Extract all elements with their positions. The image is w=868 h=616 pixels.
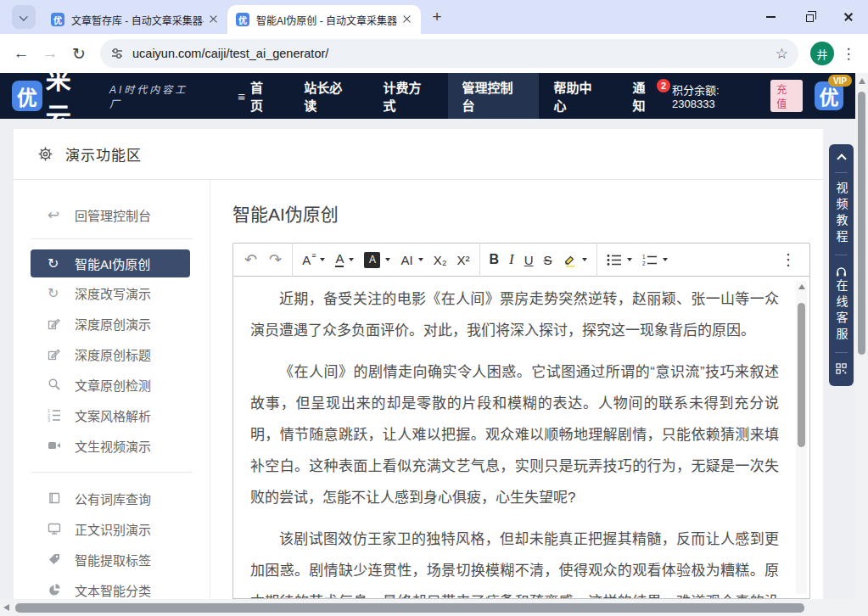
undo-button[interactable]: ↶ (238, 247, 263, 272)
toolbar-overflow-button[interactable]: ⋮ (772, 250, 804, 269)
chevron-down-icon (663, 258, 668, 261)
new-tab-button[interactable]: + (426, 6, 448, 28)
restore-icon (806, 14, 814, 22)
font-color-button[interactable]: A (330, 247, 359, 272)
underline-button[interactable]: U (519, 247, 539, 272)
recharge-button[interactable]: 充值 (770, 80, 803, 112)
paragraph: 该剧试图效仿王家卫的独特风格，但却未能真正把握其精髓，反而让人感到更加困惑。剧情… (250, 524, 779, 599)
page-horizontal-scrollbar[interactable] (0, 599, 855, 616)
user-avatar[interactable]: 优 VIP (815, 81, 843, 110)
browser-tab-inactive[interactable]: 优 文章暂存库 - 自动文章采集器- (42, 5, 227, 34)
nav-item-notifications[interactable]: 通知 2 (618, 73, 672, 119)
tab-close-icon[interactable] (207, 13, 221, 26)
close-button[interactable] (829, 0, 868, 34)
book-icon (48, 491, 63, 505)
nav-label: 通知 (632, 78, 658, 114)
video-tutorial-link[interactable]: 视频教程 (836, 182, 848, 246)
font-family-button[interactable]: AI (395, 247, 428, 272)
minimize-button[interactable] (751, 0, 790, 34)
sidebar-item-deep-original-demo[interactable]: 深度原创演示 (14, 308, 210, 339)
demo-card: 演示功能区 ↩ 回管理控制台 ↻ 智能AI伪原创 ↻ 深度改写演示 (14, 129, 823, 599)
site-settings-icon[interactable] (110, 47, 124, 60)
font-background-button[interactable]: A (359, 247, 395, 272)
scroll-up-arrow-icon[interactable] (798, 284, 805, 289)
nav-item-pricing[interactable]: 计费方式 (368, 73, 447, 119)
toolbar-separator (292, 243, 293, 277)
nav-item-home[interactable]: ≡ 首页 (223, 73, 289, 119)
editor-content[interactable]: 近期，备受关注的电影《在人间》票房走势突然逆转，赵丽颖、张一山等一众演员遭遇了众… (232, 277, 810, 599)
card-header: 演示功能区 (14, 129, 823, 180)
address-bar[interactable]: ucaiyun.com/caiji/test_ai_generator/ ☆ (100, 39, 798, 68)
sidebar-item-text-classification[interactable]: 文本智能分类 (14, 574, 210, 599)
url-text[interactable]: ucaiyun.com/caiji/test_ai_generator/ (132, 47, 776, 60)
sidebar-item-label: 文章原创检测 (75, 376, 151, 394)
browser-tab-active[interactable]: 优 智能AI伪原创 - 自动文章采集器 (227, 5, 421, 34)
nav-label: 站长必读 (304, 78, 354, 114)
editor-scrollbar[interactable] (796, 281, 807, 594)
bulleted-list-button[interactable] (602, 247, 637, 272)
floating-help-panel: 视频教程 在线客服 (829, 144, 854, 386)
sidebar-item-text-to-video-demo[interactable]: 文生视频演示 (14, 430, 210, 461)
tab-title: 文章暂存库 - 自动文章采集器- (71, 13, 204, 27)
scroll-up-arrow-icon[interactable] (859, 78, 865, 84)
page-vertical-scrollbar[interactable] (855, 73, 868, 599)
vertical-scrollbar-thumb[interactable] (858, 92, 865, 355)
sidebar-item-label: 深度原创标题 (75, 345, 151, 363)
nav-item-help-center[interactable]: 帮助中心 (539, 73, 618, 119)
page-background: 演示功能区 ↩ 回管理控制台 ↻ 智能AI伪原创 ↻ 深度改写演示 (0, 119, 855, 599)
scroll-left-arrow-icon[interactable] (3, 604, 9, 611)
sidebar-item-label: 智能提取标签 (75, 551, 151, 568)
online-service-link[interactable]: 在线客服 (836, 279, 848, 344)
sidebar-item-public-lexicon-query[interactable]: 公有词库查询 (14, 483, 210, 513)
numbered-list-button[interactable]: 12 (637, 247, 673, 272)
sidebar-item-label: 公有词库查询 (75, 490, 151, 507)
browser-profile-avatar[interactable]: 井 (810, 42, 834, 65)
menu-list-icon: ≡ (238, 89, 245, 104)
scrollbar-corner (855, 599, 868, 616)
restore-button[interactable] (790, 0, 829, 34)
font-size-glyph: A (302, 253, 311, 267)
strikethrough-button[interactable]: S (539, 247, 557, 272)
gear-icon (37, 146, 53, 162)
bold-button[interactable]: B (484, 247, 505, 272)
tab-search-button[interactable] (12, 5, 36, 29)
font-background-glyph: A (364, 252, 380, 268)
collapse-up-icon[interactable] (837, 154, 846, 163)
site-logo[interactable]: 优 采云 AI时代内容工厂 (0, 73, 199, 119)
close-icon (843, 11, 854, 23)
horizontal-scrollbar-thumb[interactable] (15, 603, 804, 613)
return-arrow-icon: ↩ (48, 206, 63, 224)
sidebar-back-to-console[interactable]: ↩ 回管理控制台 (14, 202, 210, 227)
browser-menu-button[interactable]: ⋮ (834, 45, 863, 63)
font-size-button[interactable]: A≡ (297, 247, 330, 272)
qr-code-icon[interactable] (836, 363, 847, 374)
chevron-down-icon (349, 258, 354, 261)
editor-scrollbar-thumb[interactable] (798, 303, 805, 447)
page-title: 演示功能区 (65, 143, 142, 165)
sidebar-item-copy-style-analysis[interactable]: 123 文案风格解析 (14, 400, 210, 430)
sidebar-item-label: 深度原创演示 (75, 315, 151, 333)
numbered-list-icon: 123 (48, 408, 63, 422)
editor-toolbar: ↶ ↷ A≡ A A AI X₂ X² B I U S (232, 243, 810, 277)
sidebar-item-originality-check[interactable]: 文章原创检测 (14, 369, 210, 400)
sidebar-item-body-extraction-demo[interactable]: 正文识别演示 (14, 513, 210, 544)
sidebar-item-deep-rewrite-demo[interactable]: ↻ 深度改写演示 (14, 277, 210, 308)
superscript-button[interactable]: X² (452, 247, 475, 272)
nav-item-webmaster-guide[interactable]: 站长必读 (289, 73, 368, 119)
bookmark-star-icon[interactable]: ☆ (776, 45, 788, 63)
redo-button[interactable]: ↷ (263, 247, 288, 272)
sidebar-item-ai-pseudo-original[interactable]: ↻ 智能AI伪原创 (31, 249, 190, 277)
header-account-area: 积分余额: 2308333 充值 优 VIP (672, 73, 855, 119)
sidebar-item-smart-tag-extraction[interactable]: 智能提取标签 (14, 544, 210, 574)
site-header: 优 采云 AI时代内容工厂 ≡ 首页 站长必读 计费方式 管理控制台 帮助中心 … (0, 73, 855, 119)
italic-button[interactable]: I (504, 247, 519, 272)
nav-item-admin-console[interactable]: 管理控制台 (448, 73, 540, 119)
sidebar-item-deep-original-title[interactable]: 深度原创标题 (14, 339, 210, 369)
back-button[interactable]: ← (7, 44, 36, 63)
highlight-button[interactable] (557, 247, 592, 272)
subscript-button[interactable]: X₂ (428, 247, 452, 272)
sidebar-item-label: 深度改写演示 (75, 284, 151, 302)
paragraph: 近期，备受关注的电影《在人间》票房走势突然逆转，赵丽颖、张一山等一众演员遭遇了众… (250, 283, 779, 346)
chevron-down-icon (627, 258, 632, 261)
tab-close-icon[interactable] (400, 13, 414, 26)
